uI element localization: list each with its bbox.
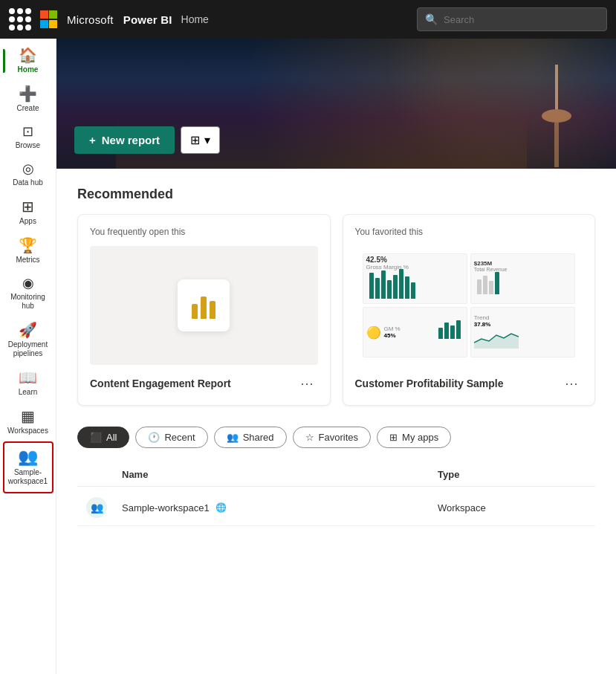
rec-card-engagement[interactable]: You frequently open this Content Engagem… (77, 214, 331, 406)
people-icon: 👥 (227, 432, 239, 443)
sidebar-item-label: Deployment pipelines (6, 340, 51, 358)
row-name-cell: Sample-workspace1 🌐 (122, 502, 438, 513)
row-icon-cell: 👥 (86, 497, 122, 518)
search-bar[interactable]: 🔍 (417, 7, 607, 31)
search-input[interactable] (444, 14, 592, 25)
rec-card-name-2: Customer Profitability Sample (355, 377, 504, 389)
row-type-cell: Workspace (438, 502, 586, 513)
recommended-grid: You frequently open this Content Engagem… (77, 214, 595, 406)
table-row[interactable]: 👥 Sample-workspace1 🌐 Workspace (77, 490, 595, 526)
search-icon: 🔍 (425, 13, 438, 25)
sidebar-item-create[interactable]: ➕ Create (3, 80, 54, 119)
sidebar-item-deployment-pipelines[interactable]: 🚀 Deployment pipelines (3, 317, 54, 364)
monitoring-icon: ◉ (22, 276, 34, 290)
sidebar-item-learn[interactable]: 📖 Learn (3, 364, 54, 403)
sidebar-item-label: Workspaces (7, 427, 48, 435)
workspace-icon: 👥 (18, 449, 38, 465)
data-hub-icon: ◎ (22, 162, 34, 175)
workspace-row-icon: 👥 (86, 497, 107, 518)
sidebar-item-label: Monitoring hub (6, 293, 51, 311)
tab-favorites[interactable]: ☆ Favorites (293, 427, 371, 448)
rec-card-profitability[interactable]: You favorited this 42.5% Gross Margin % (343, 214, 596, 406)
sidebar-item-browse[interactable]: ⊡ Browse (3, 119, 54, 156)
sidebar-item-label: Browse (16, 141, 40, 150)
col-header-name: Name (122, 469, 438, 480)
content-area: Recommended You frequently open this (56, 169, 616, 544)
sidebar-item-label: Metrics (16, 256, 39, 265)
apps-icon: ⊞ (22, 199, 34, 214)
workspaces-icon: ▦ (21, 409, 35, 424)
rec-card-subtitle-1: You frequently open this (90, 227, 318, 237)
brand-label: Microsoft Power BI (67, 13, 172, 26)
globe-icon: 🌐 (215, 502, 227, 513)
create-icon: ➕ (19, 86, 37, 101)
hero-decoration (542, 65, 571, 169)
sidebar-item-label: Learn (19, 388, 38, 397)
cube-icon: ⬛ (90, 432, 102, 443)
microsoft-logo (40, 10, 58, 28)
app-launcher-button[interactable] (9, 8, 31, 30)
rec-card-name-1: Content Engagement Report (90, 377, 231, 389)
topbar: Microsoft Power BI Home 🔍 (0, 0, 616, 39)
tab-shared[interactable]: 👥 Shared (214, 427, 287, 448)
sidebar-item-apps[interactable]: ⊞ Apps (3, 193, 54, 232)
sidebar-item-home[interactable]: 🏠 Home (3, 42, 54, 80)
recommended-title: Recommended (77, 187, 595, 202)
metrics-icon: 🏆 (19, 238, 37, 253)
sidebar-item-monitoring-hub[interactable]: ◉ Monitoring hub (3, 270, 54, 317)
sidebar-item-workspaces[interactable]: ▦ Workspaces (3, 403, 54, 441)
rec-card-subtitle-2: You favorited this (355, 227, 583, 237)
rec-card-footer-2: Customer Profitability Sample ⋯ (355, 374, 583, 393)
sidebar-item-sample-workspace1[interactable]: 👥 Sample-workspace1 (3, 441, 54, 493)
view-toggle-button[interactable]: ⊞ ▾ (181, 126, 220, 154)
new-report-button[interactable]: + New report (74, 126, 175, 154)
rec-card-preview-1 (90, 246, 318, 365)
deployment-icon: 🚀 (19, 323, 37, 337)
browse-icon: ⊡ (22, 125, 33, 138)
sidebar-item-label: Apps (19, 217, 36, 226)
grid-icon: ⊞ (389, 432, 398, 443)
sidebar-item-label: Create (16, 104, 39, 113)
page-title: Home (181, 13, 209, 25)
star-icon: ☆ (305, 432, 314, 443)
clock-icon: 🕐 (148, 432, 160, 443)
learn-icon: 📖 (19, 370, 37, 385)
sidebar-item-label: Data hub (13, 178, 43, 187)
col-header-type: Type (438, 469, 586, 480)
report-icon-box (178, 279, 230, 331)
sidebar-item-label: Home (18, 65, 39, 74)
plus-icon: + (89, 134, 96, 146)
dash-cell-1: 42.5% Gross Margin % (363, 253, 467, 304)
view-grid-icon: ⊞ (190, 133, 200, 147)
sidebar-item-data-hub[interactable]: ◎ Data hub (3, 156, 54, 193)
table-header: Name Type (77, 463, 595, 487)
tab-my-apps[interactable]: ⊞ My apps (377, 427, 451, 448)
sidebar: 🏠 Home ➕ Create ⊡ Browse ◎ Data hub ⊞ Ap… (0, 39, 56, 674)
tab-recent[interactable]: 🕐 Recent (135, 427, 207, 448)
dash-cell-2: $235M Total Revenue (470, 253, 575, 304)
rec-card-preview-2: 42.5% Gross Margin % (355, 246, 583, 365)
dash-cell-4: Trend 37.8% (470, 307, 575, 357)
chevron-down-icon: ▾ (204, 133, 210, 147)
bar-chart-icon (192, 292, 215, 319)
col-header-icon (86, 469, 122, 480)
hero-banner: + New report ⊞ ▾ (56, 39, 616, 169)
sidebar-item-label: Sample-workspace1 (7, 468, 49, 486)
svg-marker-0 (474, 334, 519, 349)
more-options-button-2[interactable]: ⋯ (560, 374, 583, 393)
sidebar-item-metrics[interactable]: 🏆 Metrics (3, 232, 54, 270)
dashboard-preview: 42.5% Gross Margin % (358, 249, 580, 362)
rec-card-footer-1: Content Engagement Report ⋯ (90, 374, 318, 393)
main-content: + New report ⊞ ▾ Recommended You frequen… (56, 39, 616, 674)
row-name-label: Sample-workspace1 (122, 502, 210, 513)
more-options-button-1[interactable]: ⋯ (296, 374, 318, 393)
tab-all[interactable]: ⬛ All (77, 427, 129, 448)
home-icon: 🏠 (19, 48, 37, 62)
filter-tabs: ⬛ All 🕐 Recent 👥 Shared ☆ Favorites ⊞ (77, 427, 595, 448)
dash-cell-3: 🟡 GM % 45% (363, 307, 467, 357)
